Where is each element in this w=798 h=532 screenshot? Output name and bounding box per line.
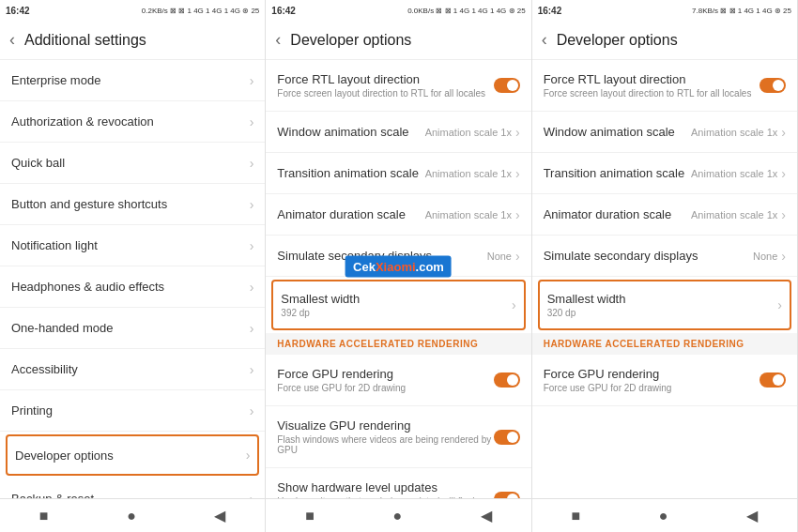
- list-item[interactable]: Accessibility›: [0, 349, 265, 390]
- toggle-on-icon[interactable]: [760, 372, 786, 388]
- list-item[interactable]: Force GPU renderingForce use GPU for 2D …: [532, 355, 797, 406]
- list-item-right: ›: [512, 297, 516, 312]
- list-item[interactable]: Show hardware level updatesHardware item…: [266, 468, 530, 498]
- list-item[interactable]: Enterprise mode›: [0, 60, 265, 101]
- list-item[interactable]: Smallest width392 dp›: [271, 280, 525, 330]
- list-item-right: [494, 372, 520, 388]
- chevron-icon: ›: [250, 114, 254, 129]
- list-item[interactable]: Backup & reset›: [0, 479, 265, 498]
- chevron-icon: ›: [250, 280, 254, 295]
- chevron-icon: ›: [515, 249, 520, 264]
- list-item-value: Animation scale 1x: [691, 209, 777, 220]
- list-item-content: Notification light: [11, 238, 98, 252]
- list-item[interactable]: Window animation scaleAnimation scale 1x…: [266, 112, 530, 153]
- list-item-value: Animation scale 1x: [425, 209, 512, 220]
- list-item-label: Enterprise mode: [11, 73, 100, 87]
- list-item-content: Accessibility: [11, 362, 78, 376]
- back-button[interactable]: ‹: [542, 30, 547, 50]
- list-item[interactable]: Transition animation scaleAnimation scal…: [266, 153, 530, 194]
- chevron-icon: ›: [515, 125, 520, 140]
- list-item-label: Notification light: [11, 238, 98, 252]
- list-item[interactable]: Animator duration scaleAnimation scale 1…: [532, 194, 797, 236]
- list-item[interactable]: Button and gesture shortcuts›: [0, 184, 265, 225]
- list-item[interactable]: Developer options›: [6, 434, 259, 476]
- chevron-icon: ›: [250, 73, 254, 88]
- list-item-label: Smallest width: [281, 292, 360, 306]
- list-item-subtitle: 392 dp: [281, 308, 360, 318]
- bottom-nav: ■●◀: [266, 498, 530, 532]
- list-item-content: Window animation scale: [544, 125, 675, 139]
- list-item-label: Simulate secondary displays: [277, 249, 432, 263]
- list-item[interactable]: Authorization & revocation›: [0, 101, 265, 143]
- list-item-content: Quick ball: [11, 156, 65, 170]
- list-container: Enterprise mode›Authorization & revocati…: [0, 60, 265, 498]
- status-bar: 16:420.0KB/s ⊠ ⊠ 1 4G 1 4G 1 4G ⊛ 25: [266, 0, 530, 21]
- list-item[interactable]: Animator duration scaleAnimation scale 1…: [266, 194, 530, 236]
- chevron-icon: ›: [781, 166, 786, 181]
- list-item[interactable]: Quick ball›: [0, 143, 265, 184]
- list-item[interactable]: Force RTL layout directionForce screen l…: [532, 60, 797, 112]
- chevron-icon: ›: [246, 448, 251, 463]
- list-item-label: Transition animation scale: [544, 166, 685, 180]
- list-item[interactable]: Force GPU renderingForce use GPU for 2D …: [266, 355, 530, 406]
- chevron-icon: ›: [781, 125, 786, 140]
- list-item-content: Developer options: [15, 448, 114, 463]
- square-button[interactable]: ■: [290, 504, 330, 528]
- chevron-icon: ›: [250, 238, 254, 253]
- list-container: Force RTL layout directionForce screen l…: [532, 60, 797, 498]
- list-item[interactable]: Printing›: [0, 390, 265, 432]
- list-item-subtitle: Force use GPU for 2D drawing: [277, 383, 406, 393]
- list-item[interactable]: Visualize GPU renderingFlash windows whe…: [266, 406, 530, 468]
- back-button[interactable]: ◀: [466, 503, 507, 528]
- toggle-on-icon[interactable]: [760, 78, 786, 93]
- toggle-on-icon[interactable]: [494, 78, 520, 93]
- back-button[interactable]: ‹: [275, 30, 281, 50]
- toggle-on-icon[interactable]: [494, 372, 520, 388]
- list-item-label: Simulate secondary displays: [544, 249, 698, 263]
- chevron-icon: ›: [777, 297, 782, 312]
- list-item-label: Headphones & audio effects: [11, 280, 164, 294]
- list-item-right: ›: [250, 403, 254, 418]
- chevron-icon: ›: [515, 207, 520, 222]
- back-button[interactable]: ‹: [9, 30, 15, 50]
- list-item-value: Animation scale 1x: [425, 127, 512, 138]
- list-item[interactable]: Simulate secondary displaysNone›: [266, 236, 530, 277]
- toggle-on-icon[interactable]: [494, 492, 520, 499]
- list-item-right: Animation scale 1x›: [691, 207, 786, 222]
- list-item[interactable]: Window animation scaleAnimation scale 1x…: [532, 112, 797, 153]
- home-button[interactable]: ●: [112, 504, 151, 528]
- list-item[interactable]: One-handed mode›: [0, 308, 265, 349]
- bottom-nav: ■●◀: [0, 498, 265, 532]
- list-item[interactable]: Transition animation scaleAnimation scal…: [532, 153, 797, 194]
- page-title: Additional settings: [24, 32, 146, 49]
- home-button[interactable]: ●: [644, 504, 683, 528]
- list-item-right: ›: [777, 297, 782, 312]
- list-item-right: Animation scale 1x›: [425, 207, 520, 222]
- list-item-subtitle: 320 dp: [547, 308, 626, 318]
- list-item-right: [494, 492, 520, 499]
- list-item[interactable]: Smallest width320 dp›: [538, 280, 791, 330]
- back-button[interactable]: ◀: [731, 503, 773, 528]
- list-item[interactable]: Notification light›: [0, 225, 265, 266]
- list-item-content: Animator duration scale: [277, 207, 406, 221]
- status-time: 16:42: [271, 6, 296, 16]
- list-item-label: Authorization & revocation: [11, 114, 154, 129]
- list-item-right: ›: [250, 73, 254, 88]
- toggle-on-icon[interactable]: [494, 430, 520, 445]
- square-button[interactable]: ■: [556, 504, 595, 528]
- chevron-icon: ›: [250, 403, 254, 418]
- home-button[interactable]: ●: [377, 504, 417, 528]
- header: ‹Developer options: [532, 21, 797, 60]
- list-item[interactable]: Simulate secondary displaysNone›: [532, 236, 797, 277]
- list-item[interactable]: Headphones & audio effects›: [0, 266, 265, 308]
- square-button[interactable]: ■: [24, 504, 64, 528]
- back-button[interactable]: ◀: [199, 503, 240, 528]
- header: ‹Developer options: [266, 21, 530, 60]
- list-item-right: ›: [250, 492, 254, 499]
- list-item-label: Show hardware level updates: [277, 480, 493, 494]
- list-item-content: Authorization & revocation: [11, 114, 154, 129]
- list-item-right: None›: [753, 249, 786, 264]
- list-item-content: Smallest width392 dp: [281, 292, 360, 318]
- chevron-icon: ›: [781, 207, 786, 222]
- list-item[interactable]: Force RTL layout directionForce screen l…: [266, 60, 530, 112]
